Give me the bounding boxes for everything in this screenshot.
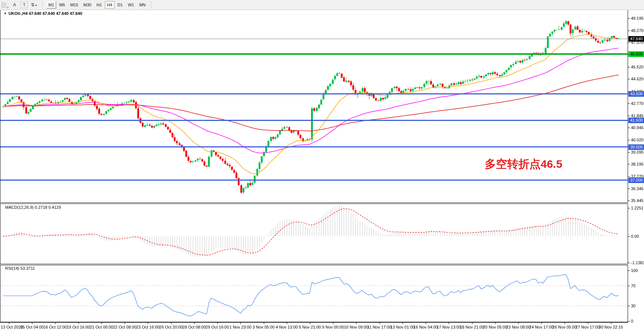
toolbar-drag-handle[interactable]: F <box>1 2 6 8</box>
text-tool-button[interactable]: T <box>20 1 28 8</box>
timeframe-button-mn[interactable]: MN <box>137 1 148 9</box>
timeframe-button-m15[interactable]: M15 <box>68 1 80 9</box>
collapse-arrow-icon: ▼ <box>4 12 7 15</box>
rsi-indicator-label: RSI(14) 53.3711 <box>5 266 35 270</box>
mt4-chart-window: { "toolbar": { "handle_label": "F", "too… <box>0 0 644 333</box>
timeframe-button-d1[interactable]: D1 <box>115 1 125 9</box>
pivot-point-annotation: 多空转折点46.5 <box>485 157 562 172</box>
toolbar-separator <box>42 1 43 9</box>
timeframe-button-m5[interactable]: M5 <box>57 1 67 9</box>
chevron-down-icon: ▾ <box>35 4 37 7</box>
timeframe-button-w1[interactable]: W1 <box>126 1 137 9</box>
chart-title-text: UKOil-,H4 47.640 47.640 47.640 47.640 <box>9 11 82 16</box>
timeframe-button-h1[interactable]: H1 <box>94 1 104 9</box>
timeframe-button-m30[interactable]: M30 <box>81 1 93 9</box>
timeframe-button-m1[interactable]: M1 <box>46 1 56 9</box>
arrow-tool-button[interactable]: A <box>10 1 19 9</box>
macd-indicator-label: MACD(12,26,9) 0.2718 0.4129 <box>5 205 61 209</box>
cursor-mode-dropdown-button[interactable]: ⇅▾ <box>29 1 38 9</box>
toolbar-handle-label: F <box>7 6 9 9</box>
chart-title: ▼UKOil-,H4 47.640 47.640 47.640 47.640 <box>4 11 82 16</box>
timeframe-group: M1M5M15M30H1H4D1W1MN <box>46 1 148 9</box>
toolbar-separator <box>151 1 152 9</box>
toolbar: F A T ⇅▾ M1M5M15M30H1H4D1W1MN <box>0 0 644 10</box>
timeframe-button-h4[interactable]: H4 <box>105 1 115 9</box>
double-arrow-icon: ⇅ <box>31 2 35 7</box>
